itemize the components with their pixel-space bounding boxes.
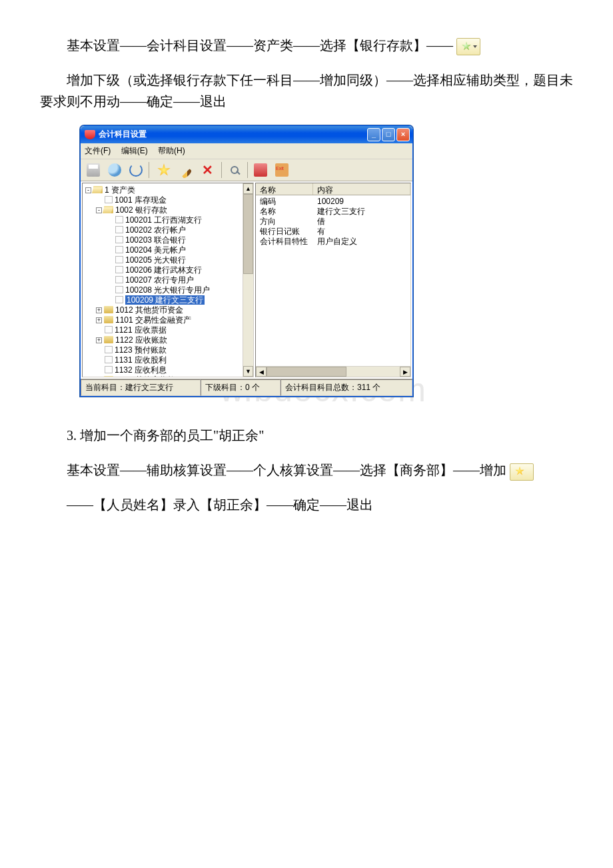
refresh-button[interactable] [126, 161, 146, 179]
detail-row: 编码 100209 [256, 195, 410, 205]
tree-node[interactable]: 1001 库存现金 [96, 195, 253, 205]
tree-node[interactable]: 100201 工行西湖支行 [107, 215, 253, 225]
print-button[interactable] [83, 161, 103, 179]
tree-node[interactable]: +1101 交易性金融资产 [96, 315, 253, 325]
tree-label: 100209 建行文三支行 [125, 295, 205, 305]
file-icon [115, 296, 123, 303]
collapse-icon[interactable]: - [85, 187, 91, 193]
tree-node[interactable]: 1132 应收利息 [96, 365, 253, 375]
tree-label: 100203 联合银行 [125, 235, 186, 245]
detail-row: 会计科目特性 用户自定义 [256, 235, 410, 245]
file-icon [115, 216, 123, 223]
doc-paragraph: 基本设置——会计科目设置——资产类——选择【银行存款】—— [40, 35, 573, 56]
file-icon [105, 346, 113, 353]
edit-button[interactable] [177, 161, 197, 179]
tree-node[interactable]: -1 资产类 1001 库存现金 -1002 银行存款 100201 工行西湖支… [85, 185, 253, 377]
text: 3. 增加一个商务部的员工"胡正余" [67, 428, 264, 443]
file-icon [115, 266, 123, 273]
tree-node[interactable]: 100202 农行帐户 [107, 225, 253, 235]
detail-row: 名称 建行文三支行 [256, 205, 410, 215]
file-icon [115, 226, 123, 233]
doc-paragraph: 基本设置——辅助核算设置——个人核算设置——选择【商务部】——增加 [40, 459, 573, 481]
tree-label: 1221 其他应收款 [115, 375, 175, 377]
search-button[interactable] [225, 161, 245, 179]
folder-icon [104, 306, 113, 313]
folder-icon [104, 376, 113, 377]
tree-node[interactable]: 100207 农行专用户 [107, 275, 253, 285]
window-body: -1 资产类 1001 库存现金 -1002 银行存款 100201 工行西湖支… [81, 181, 412, 379]
tree-node[interactable]: 100208 光大银行专用户 [107, 285, 253, 295]
scroll-track[interactable] [267, 367, 400, 377]
detail-header: 名称 内容 [256, 183, 410, 195]
scroll-down-button[interactable]: ▼ [243, 366, 253, 377]
menu-edit[interactable]: 编辑(E) [121, 146, 148, 155]
tree-node[interactable]: 100204 美元帐户 [107, 245, 253, 255]
file-icon [115, 246, 123, 253]
delete-button[interactable]: ✕ [199, 161, 219, 179]
detail-key: 会计科目特性 [256, 235, 313, 245]
separator [221, 162, 222, 178]
expand-icon[interactable]: + [96, 307, 102, 313]
collapse-icon[interactable]: - [96, 207, 102, 213]
folder-open-icon [104, 206, 113, 213]
text: 增加下级（或选择银行存款下任一科目——增加同级）——选择相应辅助类型，题目未要求… [40, 73, 573, 109]
close-button[interactable]: × [396, 128, 410, 141]
file-icon [105, 326, 113, 333]
minimize-button[interactable]: _ [367, 128, 380, 141]
logout-button[interactable] [251, 161, 271, 179]
file-icon [105, 366, 113, 373]
tree-node[interactable]: +1221 其他应收款 [96, 375, 253, 377]
status-label: 下级科目： [205, 383, 245, 392]
tree-label: 1122 应收账款 [115, 335, 167, 345]
scroll-left-button[interactable]: ◀ [256, 367, 267, 377]
account-tree[interactable]: -1 资产类 1001 库存现金 -1002 银行存款 100201 工行西湖支… [85, 185, 253, 377]
exit-button[interactable] [272, 161, 292, 179]
tree-node-selected[interactable]: 100209 建行文三支行 [107, 295, 253, 305]
expand-icon[interactable]: + [96, 337, 102, 343]
preview-button[interactable] [105, 161, 125, 179]
titlebar[interactable]: 会计科目设置 _ □ × [81, 126, 412, 143]
tree-node[interactable]: 100205 光大银行 [107, 255, 253, 265]
scroll-up-button[interactable]: ▲ [243, 183, 253, 194]
tree-node[interactable]: 1121 应收票据 [96, 325, 253, 335]
detail-value: 借 [313, 215, 410, 225]
tree-node[interactable]: 100203 联合银行 [107, 235, 253, 245]
menu-file[interactable]: 文件(F) [85, 146, 111, 155]
tree-node[interactable]: 1131 应收股利 [96, 355, 253, 365]
search-icon [231, 166, 239, 174]
expand-icon[interactable]: + [96, 317, 102, 323]
menubar: 文件(F) 编辑(E) 帮助(H) [81, 143, 412, 159]
scroll-thumb[interactable] [267, 367, 346, 377]
doc-paragraph: ——【人员姓名】录入【胡正余】——确定——退出 [40, 494, 573, 515]
text: 基本设置——辅助核算设置——个人核算设置——选择【商务部】——增加 [67, 463, 506, 477]
folder-icon [104, 316, 113, 323]
tree-label: 1001 库存现金 [115, 195, 167, 205]
statusbar: 当前科目：建行文三支行 下级科目：0 个 会计科目科目总数：311 个 [81, 379, 412, 396]
window-title: 会计科目设置 [99, 128, 367, 141]
tree-node[interactable]: 100206 建行武林支行 [107, 265, 253, 275]
pencil-icon [182, 169, 193, 179]
add-button[interactable] [152, 161, 176, 179]
tree-label: 1132 应收利息 [115, 365, 167, 375]
tree-node[interactable]: 1123 预付账款 [96, 345, 253, 355]
scroll-right-button[interactable]: ▶ [400, 367, 410, 377]
tree-label: 1 资产类 [105, 185, 135, 195]
delete-icon: ✕ [202, 163, 215, 177]
maximize-button[interactable]: □ [382, 128, 395, 141]
tree-label: 1012 其他货币资金 [115, 305, 183, 315]
scroll-thumb[interactable] [243, 194, 253, 274]
status-value: 0 个 [245, 383, 260, 392]
horizontal-scrollbar[interactable]: ◀ ▶ [256, 366, 410, 377]
file-icon [115, 286, 123, 293]
tree-node[interactable]: -1002 银行存款 100201 工行西湖支行 100202 农行帐户 100… [96, 205, 253, 305]
menu-help[interactable]: 帮助(H) [158, 146, 185, 155]
vertical-scrollbar[interactable]: ▲ ▼ [243, 183, 253, 377]
separator [149, 162, 149, 178]
file-icon [105, 196, 113, 203]
tree-node[interactable]: +1012 其他货币资金 [96, 305, 253, 315]
printer-icon [87, 163, 100, 177]
tree-label: 1121 应收票据 [115, 325, 167, 335]
tree-node[interactable]: +1122 应收账款 [96, 335, 253, 345]
star-icon [157, 163, 171, 177]
detail-key: 方向 [256, 215, 313, 225]
